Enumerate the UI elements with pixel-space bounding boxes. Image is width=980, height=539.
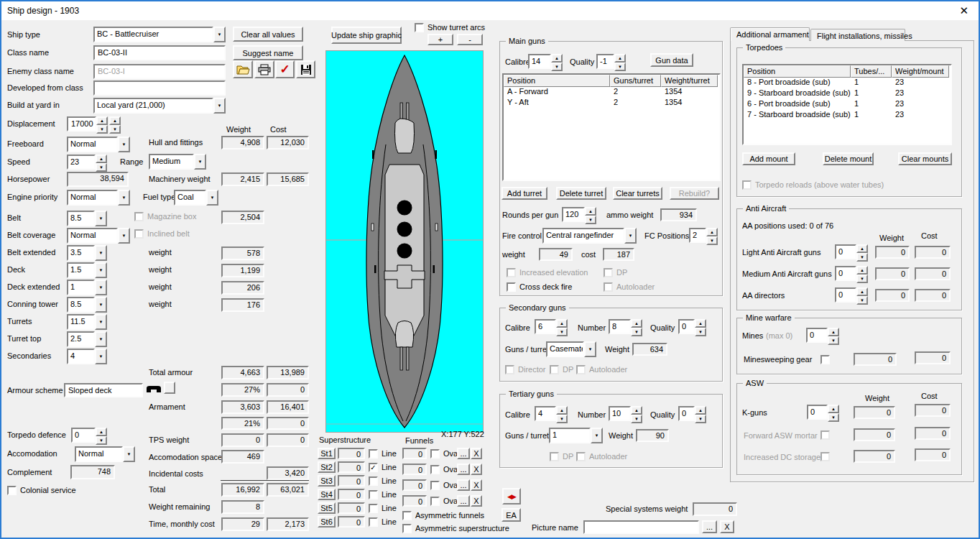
enemy-class-input[interactable]: BC-03-I: [93, 64, 226, 79]
mount-weight[interactable]: 23: [892, 110, 949, 121]
spinner-buttons[interactable]: ▲▼: [585, 207, 596, 222]
ea-button[interactable]: EA: [501, 508, 521, 522]
mg-quality-spinner[interactable]: -1▲▼: [596, 54, 626, 69]
conning-tower-select[interactable]: 8.5▼: [67, 297, 107, 313]
chevron-down-icon[interactable]: ▼: [591, 428, 603, 443]
fc-positions-value[interactable]: 2: [689, 228, 706, 243]
range-value[interactable]: Medium: [149, 154, 194, 170]
torpedo-defence-value[interactable]: 0: [71, 428, 96, 443]
chevron-down-icon[interactable]: ▼: [206, 190, 218, 206]
deck-value[interactable]: 1.5: [67, 262, 95, 278]
deck-extended-select[interactable]: 1▼: [67, 280, 107, 295]
belt-coverage-select[interactable]: Normal▼: [67, 228, 130, 244]
fuel-type-select[interactable]: Coal▼: [174, 190, 218, 206]
st2-line-row[interactable]: ✓Line: [369, 463, 397, 472]
conning-tower-value[interactable]: 8.5: [67, 297, 95, 313]
funnel3-edit-button[interactable]: ...: [457, 479, 470, 491]
col-tubes[interactable]: Tubes/...: [851, 65, 892, 78]
mount-position[interactable]: 9 - Starboard broadside (sub): [744, 88, 851, 99]
deck-extended-value[interactable]: 1: [67, 280, 95, 295]
col-weight-mount[interactable]: Weight/mount: [892, 65, 949, 78]
funnel4-delete-button[interactable]: X: [471, 495, 482, 507]
cross-deck-fire-row[interactable]: Cross deck fire: [507, 282, 572, 292]
spinner-buttons[interactable]: ▲▼: [856, 244, 868, 259]
chevron-down-icon[interactable]: ▼: [624, 228, 637, 244]
chevron-down-icon[interactable]: ▼: [194, 154, 206, 170]
belt-extended-select[interactable]: 3.5▼: [67, 245, 107, 261]
print-button[interactable]: [254, 60, 274, 78]
spinner-buttons[interactable]: ▲▼: [556, 406, 568, 421]
funnel1-delete-button[interactable]: X: [471, 448, 482, 459]
ship-type-value[interactable]: BC - Battlecruiser: [93, 27, 213, 42]
accomodation-select[interactable]: Normal▼: [75, 446, 135, 462]
tg-number-spinner[interactable]: 10▲▼: [609, 406, 642, 421]
chevron-down-icon[interactable]: ▼: [95, 262, 107, 278]
kguns-spinner[interactable]: 0▲▼: [807, 405, 839, 420]
cross-deck-fire-checkbox[interactable]: [507, 282, 516, 292]
turret-weight[interactable]: 1354: [661, 98, 718, 109]
table-row[interactable]: 6 - Port broadside (sub) 1 23: [744, 99, 951, 110]
funnel2-oval-checkbox[interactable]: [430, 465, 440, 474]
mines-count[interactable]: 0: [806, 328, 828, 343]
st6-button[interactable]: St6: [318, 516, 336, 528]
armour-scheme-field[interactable]: Sloped deck: [64, 383, 143, 397]
engine-priority-value[interactable]: Normal: [67, 190, 118, 206]
funnel4-oval-checkbox[interactable]: [430, 497, 440, 506]
st3-button[interactable]: St3: [318, 475, 336, 487]
mines-spinner[interactable]: 0▲▼: [806, 328, 839, 343]
delete-mount-button[interactable]: Delete mount: [823, 152, 874, 165]
turret-top-value[interactable]: 2.5: [67, 331, 95, 347]
secondaries-value[interactable]: 4: [67, 349, 95, 364]
belt-coverage-value[interactable]: Normal: [67, 228, 118, 244]
tg-number-value[interactable]: 10: [609, 406, 631, 421]
torpedo-defence-spinner[interactable]: 0▲▼: [71, 428, 107, 443]
mount-weight[interactable]: 23: [892, 78, 949, 88]
table-row[interactable]: 7 - Starboard broadside (sub) 1 23: [744, 110, 951, 121]
st3-line-checkbox[interactable]: [369, 476, 378, 486]
spinner-buttons[interactable]: ▲▼: [631, 319, 642, 334]
mount-tubes[interactable]: 1: [851, 110, 892, 121]
funnel2-oval-row[interactable]: Oval: [430, 465, 460, 474]
spinner-buttons[interactable]: ▲▼: [614, 54, 626, 69]
open-file-button[interactable]: [233, 60, 253, 78]
chevron-down-icon[interactable]: ▼: [95, 297, 107, 313]
funnel2-delete-button[interactable]: X: [471, 464, 482, 475]
chevron-down-icon[interactable]: ▼: [95, 314, 107, 330]
fire-control-value[interactable]: Central rangefinder: [542, 228, 624, 244]
secondaries-select[interactable]: 4▼: [67, 349, 107, 364]
spinner-buttons[interactable]: ▲▼: [631, 406, 642, 421]
st5-line-row[interactable]: Line: [369, 504, 397, 513]
mount-weight[interactable]: 23: [892, 99, 949, 110]
col-position[interactable]: Position: [504, 75, 610, 87]
colonial-service-checkbox-row[interactable]: Colonial service: [7, 486, 76, 495]
light-aa-spinner[interactable]: 0▲▼: [835, 244, 868, 259]
funnel2-edit-button[interactable]: ...: [457, 464, 470, 475]
ship-graphic[interactable]: [325, 50, 484, 433]
check-design-button[interactable]: ✓: [275, 60, 295, 78]
mg-calibre-value[interactable]: 14: [528, 54, 551, 69]
displacement-input[interactable]: 17000: [67, 116, 96, 132]
spinner-buttons[interactable]: ▲▼: [551, 54, 563, 69]
belt-extended-value[interactable]: 3.5: [67, 245, 95, 261]
spinner-buttons[interactable]: ▲▼: [856, 287, 868, 303]
mount-position[interactable]: 7 - Starboard broadside (sub): [744, 110, 851, 121]
accomodation-value[interactable]: Normal: [75, 446, 123, 462]
spinner-buttons[interactable]: ▲▼: [706, 228, 718, 243]
tab-flight-installations[interactable]: Flight installations, missiles: [810, 29, 905, 41]
tg-calibre-value[interactable]: 4: [535, 406, 556, 421]
asymmetric-funnels-checkbox[interactable]: [402, 511, 412, 520]
st2-line-checkbox[interactable]: ✓: [369, 463, 378, 472]
table-row[interactable]: A - Forward 2 1354: [504, 87, 719, 98]
table-row[interactable]: 9 - Starboard broadside (sub) 1 23: [744, 88, 951, 99]
chevron-down-icon[interactable]: ▼: [95, 245, 107, 261]
aa-directors-spinner[interactable]: 0▲▼: [835, 287, 868, 303]
picture-clear-button[interactable]: X: [720, 520, 734, 533]
turret-weight[interactable]: 1354: [661, 87, 718, 98]
colonial-service-checkbox[interactable]: [7, 486, 17, 495]
show-turret-arcs-checkbox[interactable]: [415, 23, 424, 32]
chevron-down-icon[interactable]: ▼: [118, 190, 130, 206]
turret-top-select[interactable]: 2.5▼: [67, 331, 107, 347]
close-icon[interactable]: ✕: [959, 5, 969, 16]
turret-guns[interactable]: 2: [610, 87, 661, 98]
funnel3-oval-checkbox[interactable]: [430, 481, 440, 490]
